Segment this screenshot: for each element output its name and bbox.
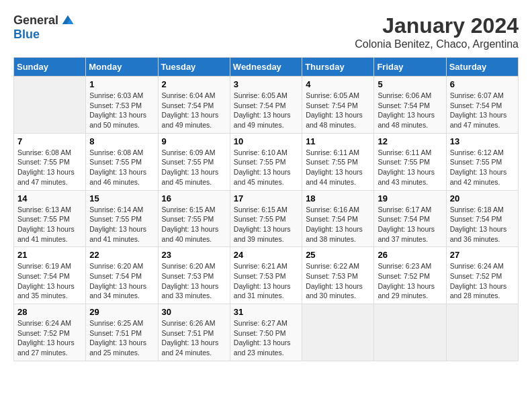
day-cell: 28 Sunrise: 6:24 AM Sunset: 7:52 PM Dayl… [14,304,86,361]
sunrise-label: Sunrise: 6:13 AM [17,205,71,214]
day-number: 16 [162,193,226,203]
day-cell: 22 Sunrise: 6:20 AM Sunset: 7:54 PM Dayl… [86,247,158,304]
month-year-title: January 2024 [355,13,519,38]
daylight-label: Daylight: 13 hours and 45 minutes. [234,168,291,186]
sunset-label: Sunset: 7:55 PM [234,158,286,166]
daylight-label: Daylight: 13 hours and 29 minutes. [378,282,435,300]
day-info: Sunrise: 6:27 AM Sunset: 7:50 PM Dayligh… [234,318,298,358]
sunset-label: Sunset: 7:51 PM [162,329,214,337]
day-info: Sunrise: 6:15 AM Sunset: 7:55 PM Dayligh… [162,205,226,244]
sunrise-label: Sunrise: 6:06 AM [378,91,431,99]
daylight-label: Daylight: 13 hours and 35 minutes. [17,282,75,300]
day-cell: 15 Sunrise: 6:14 AM Sunset: 7:55 PM Dayl… [86,190,158,247]
location-subtitle: Colonia Benitez, Chaco, Argentina [355,38,519,50]
day-number: 22 [89,250,154,260]
daylight-label: Daylight: 13 hours and 41 minutes. [17,225,75,243]
sunrise-label: Sunrise: 6:07 AM [450,91,504,99]
day-number: 14 [17,193,82,203]
sunrise-label: Sunrise: 6:03 AM [89,91,143,99]
daylight-label: Daylight: 13 hours and 33 minutes. [162,282,219,300]
daylight-label: Daylight: 13 hours and 41 minutes. [89,225,146,243]
header-thursday: Thursday [302,58,374,77]
day-number: 2 [162,79,226,89]
sunset-label: Sunset: 7:55 PM [17,215,70,223]
week-row-1: 7 Sunrise: 6:08 AM Sunset: 7:55 PM Dayli… [14,133,519,190]
day-info: Sunrise: 6:12 AM Sunset: 7:55 PM Dayligh… [450,148,515,187]
daylight-label: Daylight: 13 hours and 43 minutes. [378,168,435,186]
sunrise-label: Sunrise: 6:08 AM [17,148,71,156]
sunrise-label: Sunrise: 6:27 AM [234,319,287,327]
sunrise-label: Sunrise: 6:20 AM [162,262,216,270]
day-info: Sunrise: 6:19 AM Sunset: 7:54 PM Dayligh… [17,261,82,301]
sunrise-label: Sunrise: 6:11 AM [306,148,359,156]
day-number: 26 [378,250,442,260]
sunrise-label: Sunrise: 6:20 AM [89,262,143,270]
day-number: 27 [450,250,515,260]
day-number: 29 [89,307,154,317]
daylight-label: Daylight: 13 hours and 46 minutes. [89,168,146,186]
sunrise-label: Sunrise: 6:08 AM [89,148,143,156]
day-info: Sunrise: 6:08 AM Sunset: 7:55 PM Dayligh… [89,148,154,187]
header-sunday: Sunday [14,58,86,77]
daylight-label: Daylight: 13 hours and 44 minutes. [306,168,363,186]
day-info: Sunrise: 6:07 AM Sunset: 7:54 PM Dayligh… [450,91,515,130]
day-info: Sunrise: 6:15 AM Sunset: 7:55 PM Dayligh… [234,205,298,244]
day-cell: 9 Sunrise: 6:09 AM Sunset: 7:55 PM Dayli… [158,133,230,190]
daylight-label: Daylight: 13 hours and 34 minutes. [89,282,146,300]
sunset-label: Sunset: 7:54 PM [17,272,70,280]
sunset-label: Sunset: 7:54 PM [378,215,430,223]
day-number: 3 [234,79,298,89]
day-number: 21 [17,250,82,260]
sunset-label: Sunset: 7:53 PM [89,101,142,109]
sunset-label: Sunset: 7:54 PM [378,101,430,109]
day-cell: 2 Sunrise: 6:04 AM Sunset: 7:54 PM Dayli… [158,77,230,134]
day-cell: 6 Sunrise: 6:07 AM Sunset: 7:54 PM Dayli… [446,77,518,134]
sunrise-label: Sunrise: 6:12 AM [450,148,504,156]
day-cell: 11 Sunrise: 6:11 AM Sunset: 7:55 PM Dayl… [302,133,374,190]
day-cell: 7 Sunrise: 6:08 AM Sunset: 7:55 PM Dayli… [14,133,86,190]
day-number: 25 [306,250,370,260]
day-info: Sunrise: 6:23 AM Sunset: 7:52 PM Dayligh… [378,261,442,301]
day-cell [374,304,446,361]
sunset-label: Sunset: 7:53 PM [306,272,358,280]
day-number: 9 [162,136,226,146]
day-number: 7 [17,136,82,146]
sunset-label: Sunset: 7:53 PM [234,272,286,280]
day-info: Sunrise: 6:26 AM Sunset: 7:51 PM Dayligh… [162,318,226,358]
day-info: Sunrise: 6:10 AM Sunset: 7:55 PM Dayligh… [234,148,298,187]
day-info: Sunrise: 6:05 AM Sunset: 7:54 PM Dayligh… [234,91,298,130]
sunset-label: Sunset: 7:52 PM [17,329,70,337]
day-info: Sunrise: 6:20 AM Sunset: 7:54 PM Dayligh… [89,261,154,301]
day-info: Sunrise: 6:03 AM Sunset: 7:53 PM Dayligh… [89,91,154,130]
day-cell: 19 Sunrise: 6:17 AM Sunset: 7:54 PM Dayl… [374,190,446,247]
day-number: 4 [306,79,370,89]
calendar-header: SundayMondayTuesdayWednesdayThursdayFrid… [14,58,519,77]
sunrise-label: Sunrise: 6:19 AM [17,262,71,270]
day-number: 8 [89,136,154,146]
day-number: 23 [162,250,226,260]
day-cell: 30 Sunrise: 6:26 AM Sunset: 7:51 PM Dayl… [158,304,230,361]
day-cell: 29 Sunrise: 6:25 AM Sunset: 7:51 PM Dayl… [86,304,158,361]
sunrise-label: Sunrise: 6:23 AM [378,262,431,270]
week-row-3: 21 Sunrise: 6:19 AM Sunset: 7:54 PM Dayl… [14,247,519,304]
daylight-label: Daylight: 13 hours and 28 minutes. [450,282,507,300]
sunrise-label: Sunrise: 6:16 AM [306,205,359,214]
day-number: 28 [17,307,82,317]
day-cell: 23 Sunrise: 6:20 AM Sunset: 7:53 PM Dayl… [158,247,230,304]
sunset-label: Sunset: 7:54 PM [306,101,358,109]
sunset-label: Sunset: 7:52 PM [378,272,430,280]
sunrise-label: Sunrise: 6:18 AM [450,205,504,214]
day-info: Sunrise: 6:09 AM Sunset: 7:55 PM Dayligh… [162,148,226,187]
day-number: 11 [306,136,370,146]
day-number: 30 [162,307,226,317]
day-info: Sunrise: 6:16 AM Sunset: 7:54 PM Dayligh… [306,205,370,244]
sunrise-label: Sunrise: 6:15 AM [162,205,216,214]
header-tuesday: Tuesday [158,58,230,77]
sunset-label: Sunset: 7:54 PM [306,215,358,223]
daylight-label: Daylight: 13 hours and 47 minutes. [17,168,75,186]
page-header: General Blue January 2024 Colonia Benite… [13,13,519,50]
day-info: Sunrise: 6:24 AM Sunset: 7:52 PM Dayligh… [450,261,515,301]
day-cell: 13 Sunrise: 6:12 AM Sunset: 7:55 PM Dayl… [446,133,518,190]
daylight-label: Daylight: 13 hours and 27 minutes. [17,338,75,357]
sunrise-label: Sunrise: 6:21 AM [234,262,287,270]
